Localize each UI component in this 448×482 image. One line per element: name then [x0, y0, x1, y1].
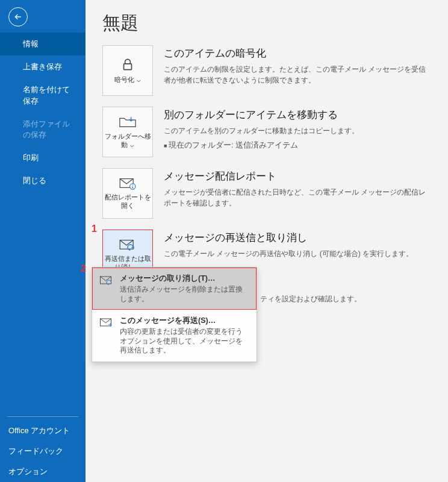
menu-item-recall[interactable]: メッセージの取り消し(T)… 送信済みメッセージを削除または置換します。: [92, 268, 257, 310]
move-tile[interactable]: フォルダーへ移動 ⌵: [102, 107, 153, 157]
move-tile-label: フォルダーへ移動 ⌵: [103, 133, 152, 149]
envelope-forward-icon: [99, 317, 114, 328]
envelope-info-icon: [119, 177, 137, 190]
encrypt-heading: このアイテムの暗号化: [164, 46, 431, 60]
sidebar-item-print[interactable]: 印刷: [0, 146, 86, 169]
sidebar-item-save[interactable]: 上書き保存: [0, 55, 86, 78]
callout-2: 2: [81, 263, 86, 274]
move-desc: このアイテムを別のフォルダーに移動またはコピーします。: [164, 125, 431, 136]
lock-icon: [120, 57, 135, 72]
report-tile-label: 配信レポートを開く: [103, 193, 152, 210]
main-content: 無題 暗号化 ⌵ このアイテムの暗号化 このアイテムの制限を設定します。たとえば…: [86, 0, 448, 482]
envelope-resend-icon: [119, 238, 137, 251]
arrow-left-icon: [13, 12, 23, 22]
section-move: フォルダーへ移動 ⌵ 別のフォルダーにアイテムを移動する このアイテムを別のフォ…: [102, 107, 431, 157]
report-desc: メッセージが受信者に配信された日時など、この電子メール メッセージの配信レポート…: [164, 187, 431, 208]
encrypt-tile-label: 暗号化 ⌵: [114, 76, 140, 84]
sidebar-item-feedback[interactable]: フィードバック: [0, 441, 86, 462]
menu-recall-desc: 送信済みメッセージを削除または置換します。: [120, 285, 249, 304]
envelope-recall-icon: [99, 275, 114, 286]
menu-recall-title: メッセージの取り消し(T)…: [120, 274, 249, 284]
resend-recall-menu: メッセージの取り消し(T)… 送信済みメッセージを削除または置換します。 このメ…: [92, 267, 257, 362]
callout-1: 1: [92, 224, 97, 234]
menu-resend-title: このメッセージを再送(S)…: [120, 316, 249, 326]
partial-text: ティを設定および確認します。: [260, 294, 361, 304]
menu-resend-desc: 内容の更新または受信者の変更を行うオプションを使用して、メッセージを再送信します…: [120, 327, 249, 355]
sidebar-item-saveas[interactable]: 名前を付けて保存: [0, 78, 86, 112]
resend-heading: メッセージの再送信と取り消し: [164, 231, 431, 245]
resend-desc: この電子メール メッセージの再送信や取り消し (可能な場合) を実行します。: [164, 248, 431, 259]
sidebar-item-save-attachments: 添付ファイルの保存: [0, 113, 86, 146]
section-encrypt: 暗号化 ⌵ このアイテムの暗号化 このアイテムの制限を設定します。たとえば、この…: [102, 45, 431, 96]
encrypt-desc: このアイテムの制限を設定します。たとえば、この電子メール メッセージを受信者が他…: [164, 64, 431, 86]
sidebar: 情報 上書き保存 名前を付けて保存 添付ファイルの保存 印刷 閉じる Offic…: [0, 0, 86, 482]
sidebar-item-options[interactable]: オプション: [0, 462, 86, 482]
menu-item-resend[interactable]: このメッセージを再送(S)… 内容の更新または受信者の変更を行うオプションを使用…: [92, 310, 257, 362]
report-heading: メッセージ配信レポート: [164, 169, 431, 183]
sidebar-item-close[interactable]: 閉じる: [0, 169, 86, 192]
page-title: 無題: [102, 11, 431, 36]
back-button[interactable]: [8, 7, 28, 27]
sidebar-divider: [7, 416, 78, 417]
move-heading: 別のフォルダーにアイテムを移動する: [164, 108, 431, 122]
svg-rect-0: [124, 64, 132, 70]
sidebar-item-office-account[interactable]: Office アカウント: [0, 421, 86, 441]
sidebar-item-info[interactable]: 情報: [0, 33, 86, 55]
encrypt-tile[interactable]: 暗号化 ⌵: [102, 45, 153, 96]
move-current-folder: 現在のフォルダー: 送信済みアイテム: [164, 140, 431, 151]
report-tile[interactable]: 配信レポートを開く: [102, 168, 153, 219]
section-report: 配信レポートを開く メッセージ配信レポート メッセージが受信者に配信された日時な…: [102, 168, 431, 219]
folder-move-icon: [119, 114, 137, 129]
